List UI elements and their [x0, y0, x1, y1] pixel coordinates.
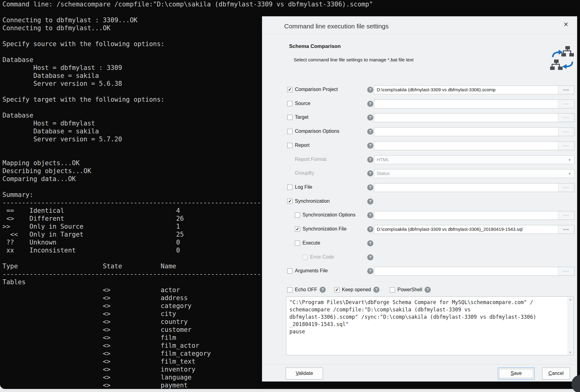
label-synchronization-file: Synchronization File	[303, 226, 346, 232]
label-report-format: Report Format	[295, 157, 326, 162]
checkbox-synchronization[interactable]: ✓	[287, 199, 292, 204]
browse-button-comparison-project[interactable]: ...	[558, 86, 574, 94]
setting-row-error-code: Error Code?	[262, 252, 577, 263]
setting-row-log-file: Log File?...	[262, 182, 577, 193]
help-icon[interactable]: ?	[367, 268, 373, 274]
browse-button-log-file[interactable]: ...	[558, 183, 574, 192]
input-value-source[interactable]	[374, 100, 558, 108]
setting-row-report: Report?...	[262, 140, 577, 151]
label-powershell: PowerShell	[397, 287, 422, 292]
save-button[interactable]: Save	[498, 368, 535, 379]
input-synchronization-file[interactable]: D:\comp\sakila (dbfmylast-3309 vs dbfmyl…	[374, 225, 575, 234]
setting-row-comparison-options: Comparison Options?...	[262, 126, 577, 137]
browse-button-arguments-file[interactable]: ...	[558, 267, 574, 275]
browse-button-report[interactable]: ...	[558, 142, 574, 150]
input-target[interactable]: ...	[374, 113, 575, 122]
help-icon[interactable]: ?	[320, 287, 326, 293]
browse-button-synchronization-file[interactable]: ...	[558, 225, 574, 234]
help-icon[interactable]: ?	[425, 287, 431, 293]
browse-button-target[interactable]: ...	[558, 114, 574, 122]
flag-keep-opened: ✓Keep opened?	[334, 285, 379, 294]
input-value-synchronization-file[interactable]: D:\comp\sakila (dbfmylast-3309 vs dbfmyl…	[374, 225, 558, 234]
checkbox-execute[interactable]	[295, 241, 300, 246]
footer-divider	[263, 364, 577, 365]
help-icon[interactable]: ?	[367, 114, 373, 121]
input-source[interactable]: ...	[374, 100, 575, 108]
checkbox-error-code	[303, 255, 308, 260]
checkbox-target[interactable]	[287, 115, 292, 120]
input-log-file[interactable]: ...	[374, 183, 575, 192]
help-icon[interactable]: ?	[367, 170, 373, 176]
checkbox-echo-off[interactable]	[287, 287, 292, 292]
setting-row-groupby: GroupBy?Status▾	[262, 168, 577, 179]
label-comparison-options: Comparison Options	[295, 129, 339, 134]
input-comparison-project[interactable]: D:\comp\sakila (dbfmylast-3309 vs dbfmyl…	[374, 85, 575, 94]
input-value-comparison-options[interactable]	[374, 128, 558, 136]
help-icon[interactable]: ?	[367, 157, 373, 163]
input-value-target[interactable]	[374, 114, 558, 122]
input-synchronization-options[interactable]: ...	[374, 211, 575, 220]
label-echo-off: Echo OFF	[295, 287, 317, 292]
schema-compare-sync-icon	[549, 46, 577, 73]
validate-button[interactable]: Validate	[286, 368, 323, 379]
header-divider	[263, 34, 577, 34]
help-icon[interactable]: ?	[367, 101, 373, 107]
help-icon[interactable]: ?	[367, 143, 373, 149]
bat-script-text[interactable]: "C:\Program Files\Devart\dbForge Schema …	[286, 297, 573, 337]
checkbox-synchronization-file[interactable]: ✓	[295, 227, 300, 232]
setting-row-execute: Execute?	[262, 238, 577, 249]
browse-button-source[interactable]: ...	[558, 100, 574, 108]
help-icon[interactable]: ?	[367, 87, 373, 93]
help-icon[interactable]: ?	[367, 198, 373, 205]
section-subtitle: Select command line file settings to man…	[294, 57, 414, 63]
checkbox-arguments-file[interactable]	[287, 268, 292, 274]
scroll-down-icon[interactable]: ▼	[568, 351, 573, 354]
scroll-up-icon[interactable]: ▲	[568, 298, 573, 301]
help-icon[interactable]: ?	[367, 129, 373, 135]
input-value-arguments-file[interactable]	[374, 267, 558, 275]
help-icon[interactable]: ?	[373, 287, 379, 293]
label-source: Source	[295, 101, 310, 106]
setting-row-report-format: Report Format?HTML▾	[262, 154, 577, 165]
input-value-log-file[interactable]	[374, 183, 558, 192]
label-execute: Execute	[303, 240, 320, 246]
checkbox-keep-opened[interactable]: ✓	[334, 287, 339, 292]
input-report[interactable]: ...	[374, 141, 575, 150]
label-report: Report	[295, 143, 310, 148]
label-synchronization: Synchronization	[295, 198, 330, 204]
cancel-button[interactable]: Cancel	[542, 368, 570, 379]
browse-button-synchronization-options[interactable]: ...	[558, 211, 574, 220]
bat-script-box: "C:\Program Files\Devart\dbForge Schema …	[286, 296, 574, 355]
chevron-down-icon: ▾	[565, 169, 574, 178]
checkbox-log-file[interactable]	[287, 185, 292, 190]
checkbox-comparison-project[interactable]: ✓	[287, 87, 292, 92]
input-value-synchronization-options[interactable]	[374, 211, 558, 220]
checkbox-powershell[interactable]	[390, 287, 395, 292]
checkbox-source[interactable]	[287, 101, 292, 106]
input-value-report[interactable]	[374, 142, 558, 150]
help-icon[interactable]: ?	[367, 212, 373, 218]
input-value-comparison-project[interactable]: D:\comp\sakila (dbfmylast-3309 vs dbfmyl…	[374, 86, 558, 94]
dialog-title: Command line execution file settings	[284, 23, 389, 30]
section-title: Schema Comparison	[289, 43, 341, 49]
flag-echo-off: Echo OFF?	[287, 285, 326, 294]
help-icon[interactable]: ?	[367, 254, 373, 260]
setting-row-arguments-file: Arguments File?...	[262, 266, 577, 276]
label-arguments-file: Arguments File	[295, 268, 328, 274]
setting-row-synchronization: ✓Synchronization?	[262, 196, 577, 207]
help-icon[interactable]: ?	[367, 226, 373, 232]
select-groupby: Status▾	[374, 169, 575, 178]
help-icon[interactable]: ?	[367, 240, 373, 246]
close-icon[interactable]: ✕	[562, 20, 570, 29]
input-comparison-options[interactable]: ...	[374, 127, 575, 136]
setting-row-source: Source?...	[262, 99, 577, 109]
checkbox-comparison-options[interactable]	[287, 129, 292, 134]
browse-button-comparison-options[interactable]: ...	[558, 128, 574, 136]
checkbox-report[interactable]	[287, 143, 292, 148]
label-synchronization-options: Synchronization Options	[303, 212, 355, 218]
setting-row-synchronization-options: Synchronization Options?...	[262, 210, 577, 220]
input-arguments-file[interactable]: ...	[374, 267, 575, 276]
checkbox-synchronization-options[interactable]	[295, 212, 300, 218]
help-icon[interactable]: ?	[367, 184, 373, 191]
scrollbar[interactable]: ▲ ▼	[567, 297, 573, 355]
